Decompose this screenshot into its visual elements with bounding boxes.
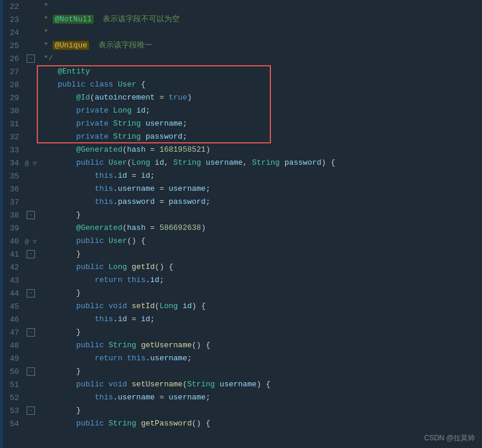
code-content: }	[37, 287, 482, 300]
code-content: this.username = username;	[37, 183, 482, 196]
fold-icon[interactable]: −	[27, 328, 35, 337]
code-content: public Long getId() {	[37, 261, 482, 274]
line-number: 42	[0, 263, 25, 272]
code-content: }	[37, 209, 482, 222]
code-content: @Generated(hash = 586692638)	[37, 222, 482, 235]
line-number: 53	[0, 407, 25, 415]
watermark: CSDN @拉莫帅	[424, 433, 475, 443]
line-number: 25	[0, 41, 25, 50]
code-line: 50 − }	[0, 365, 482, 378]
code-content: public String getPassword() {	[37, 417, 482, 430]
code-line: 24 *	[0, 26, 482, 39]
code-line: 29 @Id(autoincrement = true)	[0, 91, 482, 104]
gutter: −	[25, 328, 37, 337]
line-number: 29	[0, 94, 25, 103]
code-line: 36 this.username = username;	[0, 183, 482, 196]
code-content: * @Unique 表示该字段唯一	[37, 39, 482, 52]
code-content: this.id = id;	[37, 313, 482, 326]
line-number: 43	[0, 276, 25, 285]
code-line: 44 − }	[0, 287, 482, 300]
code-content: this.id = id;	[37, 169, 482, 183]
gutter: @ ▽	[25, 159, 37, 167]
line-number: 49	[0, 354, 25, 363]
line-number: 23	[0, 15, 25, 24]
code-content: }	[37, 404, 482, 417]
line-number: 30	[0, 107, 25, 116]
line-number: 40	[0, 237, 25, 246]
code-line: 37 this.password = password;	[0, 196, 482, 209]
line-number: 24	[0, 28, 25, 37]
code-content: * @NotNull 表示该字段不可以为空	[37, 13, 482, 26]
code-content: private String username;	[37, 117, 482, 130]
code-content: }	[37, 326, 482, 339]
line-number: 44	[0, 289, 25, 298]
gutter: −	[25, 250, 37, 258]
line-number: 32	[0, 133, 25, 142]
fold-icon[interactable]: −	[27, 289, 35, 297]
line-number: 38	[0, 211, 25, 220]
code-content: */	[37, 52, 482, 65]
code-line: 34 @ ▽ public User(Long id, String usern…	[0, 156, 482, 169]
gutter: −	[25, 55, 37, 63]
line-number: 33	[0, 146, 25, 155]
code-content: }	[37, 365, 482, 378]
code-content: @Generated(hash = 1681958521)	[37, 143, 482, 156]
line-number: 50	[0, 367, 25, 376]
code-line: 35 this.id = id;	[0, 169, 482, 183]
code-line: 49 return this.username;	[0, 352, 482, 365]
gutter: @ ▽	[25, 238, 37, 245]
gutter: −	[25, 407, 37, 415]
code-line: 43 return this.id;	[0, 274, 482, 287]
line-number: 39	[0, 224, 25, 233]
line-number: 41	[0, 250, 25, 259]
code-line: 46 this.id = id;	[0, 313, 482, 326]
code-content: private String password;	[37, 130, 482, 143]
code-line: 47 − }	[0, 326, 482, 339]
code-line: 28 public class User {	[0, 78, 482, 91]
line-number: 35	[0, 172, 25, 181]
code-content: return this.id;	[37, 274, 482, 287]
fold-icon[interactable]: −	[27, 211, 35, 219]
code-content: @Id(autoincrement = true)	[37, 91, 482, 104]
code-line: 31 private String username;	[0, 117, 482, 130]
line-number: 34	[0, 159, 25, 168]
code-content: public class User {	[37, 78, 482, 91]
code-line: 45 public void setId(Long id) {	[0, 300, 482, 313]
line-number: 22	[0, 2, 25, 11]
fold-icon[interactable]: −	[27, 55, 35, 63]
code-line: 23 * @NotNull 表示该字段不可以为空	[0, 13, 482, 26]
code-line: 53 − }	[0, 404, 482, 417]
code-line: 26 − */	[0, 52, 482, 65]
line-number: 36	[0, 185, 25, 194]
code-line: 25 * @Unique 表示该字段唯一	[0, 39, 482, 52]
gutter: −	[25, 367, 37, 376]
code-line: 48 public String getUsername() {	[0, 339, 482, 352]
code-line: 27 @Entity	[0, 65, 482, 78]
code-content: this.password = password;	[37, 196, 482, 209]
code-content: }	[37, 248, 482, 261]
code-line: 32 private String password;	[0, 130, 482, 143]
code-line: 33 @Generated(hash = 1681958521)	[0, 143, 482, 156]
code-content: *	[37, 0, 482, 13]
code-content: @Entity	[37, 65, 482, 78]
code-line: 51 public void setUsername(String userna…	[0, 378, 482, 391]
line-number: 37	[0, 198, 25, 207]
line-number: 48	[0, 341, 25, 350]
code-line: 22 *	[0, 0, 482, 13]
fold-icon[interactable]: −	[27, 407, 35, 415]
line-number: 31	[0, 120, 25, 129]
fold-icon[interactable]: −	[27, 367, 35, 376]
code-line: 38 − }	[0, 209, 482, 222]
code-content: public User() {	[37, 235, 482, 248]
code-content: return this.username;	[37, 352, 482, 365]
code-content: *	[37, 26, 482, 39]
code-line: 42 public Long getId() {	[0, 261, 482, 274]
code-line: 52 this.username = username;	[0, 391, 482, 404]
code-editor: 22 * 23 * @NotNull 表示该字段不可以为空 24 * 25 * …	[0, 0, 482, 448]
code-content: public User(Long id, String username, St…	[37, 156, 482, 169]
gutter: −	[25, 211, 37, 219]
code-content: public String getUsername() {	[37, 339, 482, 352]
fold-icon[interactable]: −	[27, 250, 35, 258]
line-number: 54	[0, 420, 25, 428]
line-number: 27	[0, 68, 25, 76]
